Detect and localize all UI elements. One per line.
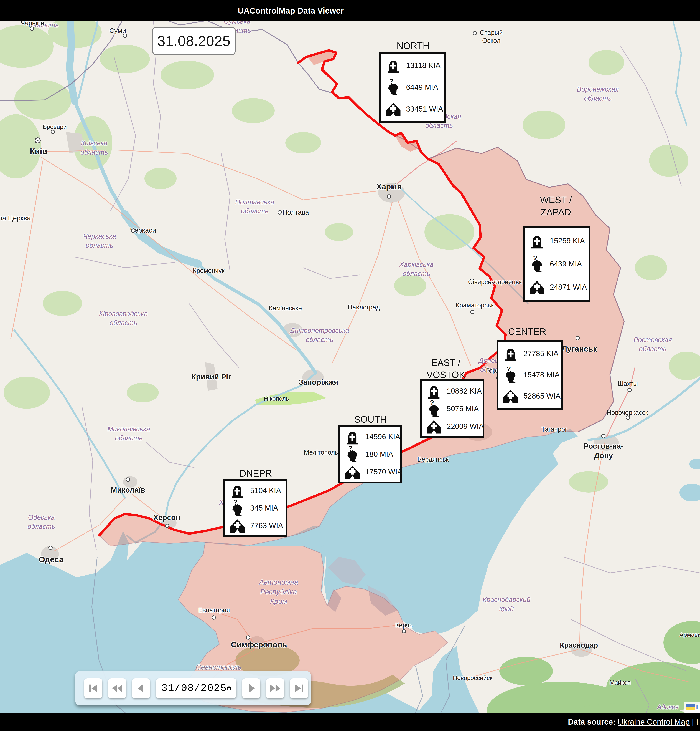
city-label: Шахты — [618, 380, 638, 388]
fast-rewind-button[interactable] — [108, 678, 126, 698]
city-marker — [165, 524, 169, 528]
city-label: Керчь — [395, 622, 413, 629]
map-canvas[interactable]: ? — [0, 0, 700, 731]
missing-soldier-icon — [426, 401, 442, 417]
city-label: Бердянськ — [417, 456, 449, 463]
wia-value: 22009 WIA — [447, 422, 484, 431]
city-label: Краматорськ — [455, 302, 494, 309]
stat-card-east: 10882 KIA 5075 MIA 22009 WIA — [420, 379, 485, 438]
mia-value: 5075 MIA — [447, 404, 479, 413]
date-input-value[interactable]: 31/08/2025 — [161, 683, 227, 694]
city-label: Павлоград — [348, 304, 380, 311]
date-input[interactable]: 31/08/2025 — [156, 678, 236, 698]
city-marker — [123, 34, 127, 38]
city-label: Київ — [30, 147, 47, 156]
tombstone-icon — [385, 57, 401, 74]
stat-card-dnepr: 5104 KIA 345 MIA 7763 WIA — [224, 479, 287, 537]
kia-value: 13118 KIA — [406, 61, 441, 70]
oblast-label: Полтавська область — [235, 198, 274, 216]
stat-card-center: 27785 KIA 15478 MIA 52865 WIA — [497, 340, 563, 410]
city-label: Ростов-на- Дону — [584, 442, 624, 460]
city-marker — [576, 336, 580, 341]
city-label: Армавир — [679, 631, 700, 638]
skip-to-end-button[interactable] — [290, 678, 308, 698]
mia-value: 6439 MIA — [550, 260, 582, 268]
wia-value: 33451 WIA — [406, 105, 443, 113]
wia-value: 24871 WIA — [550, 283, 587, 291]
stat-card-south: 14596 KIA 180 MIA 17570 WIA — [338, 425, 402, 483]
city-marker — [601, 434, 605, 438]
city-marker — [211, 615, 216, 619]
city-marker — [470, 310, 474, 314]
oblast-label: Черкаська область — [83, 232, 116, 250]
data-source-text: Data source: Ukraine Control Map | I — [568, 718, 700, 727]
tombstone-icon — [502, 345, 519, 362]
skip-to-start-button[interactable] — [84, 678, 103, 698]
medical-tent-icon — [426, 418, 442, 434]
city-label: Кам'янське — [269, 304, 302, 312]
city-label: Новороссийск — [453, 674, 492, 681]
city-label: Полтава — [283, 208, 309, 216]
oblast-label: Харківська область — [399, 260, 433, 278]
city-label: Таганрог — [541, 426, 567, 433]
fast-forward-icon — [270, 683, 280, 693]
step-back-button[interactable] — [132, 678, 150, 698]
city-label: Севастополь — [196, 663, 241, 671]
fast-rewind-icon — [112, 683, 122, 693]
city-label: Симферополь — [231, 640, 287, 649]
leaflet-link[interactable]: L — [696, 703, 700, 711]
oblast-label: Миколаївська область — [107, 424, 150, 443]
app-header: UAControlMap Data Viewer — [0, 0, 700, 21]
kia-value: 15259 KIA — [550, 236, 585, 245]
city-marker — [627, 388, 632, 392]
oblast-label: Ростовская область — [634, 335, 672, 354]
city-label: Мелітополь — [304, 449, 338, 456]
city-marker — [48, 546, 53, 550]
oblast-label: Одеська область — [28, 513, 55, 531]
card-title-west: WEST / ZAPAD — [540, 194, 572, 218]
leaflet-attribution: L — [684, 702, 700, 713]
wia-value: 7763 WIA — [250, 521, 283, 530]
city-marker — [51, 130, 55, 134]
city-label: Біла Церква — [0, 214, 31, 222]
mia-value: 15478 MIA — [523, 370, 559, 379]
city-marker — [473, 31, 477, 35]
city-label: Суми — [109, 27, 126, 35]
city-marker — [126, 477, 130, 482]
oblast-label: Краснодарский край — [483, 595, 530, 614]
tombstone-icon — [529, 233, 545, 249]
city-label: Нікополь — [264, 395, 289, 402]
city-label: Краснодар — [560, 641, 598, 649]
missing-soldier-icon — [385, 79, 401, 95]
card-title-north: NORTH — [397, 40, 429, 52]
city-label: Кривий Ріг — [191, 373, 231, 381]
city-label: Запоріжжя — [299, 378, 338, 386]
city-label: Старый Оскол — [480, 29, 503, 45]
city-marker — [278, 210, 282, 214]
data-source-suffix: | I — [692, 718, 698, 726]
medical-tent-icon — [344, 464, 360, 480]
city-label: Новочеркасск — [607, 409, 648, 416]
tombstone-icon — [426, 383, 442, 399]
medical-tent-icon — [229, 517, 246, 534]
missing-soldier-icon — [529, 256, 545, 272]
data-source-label: Data source: — [568, 718, 616, 726]
step-forward-button[interactable] — [242, 678, 261, 698]
city-marker — [246, 636, 250, 640]
missing-soldier-icon — [229, 500, 246, 516]
city-marker — [131, 228, 135, 233]
fast-forward-button[interactable] — [266, 678, 284, 698]
stat-card-west: 15259 KIA 6439 MIA 24871 WIA — [523, 226, 590, 302]
data-source-link[interactable]: Ukraine Control Map — [618, 718, 690, 726]
city-label: Сіверськодонецьк — [468, 278, 522, 286]
oblast-label: Адигея — [657, 703, 679, 712]
calendar-icon[interactable] — [227, 684, 231, 693]
current-date-label: 31.08.2025 — [152, 27, 236, 55]
step-forward-icon — [246, 683, 256, 693]
city-label: Одеса — [39, 555, 64, 564]
kia-value: 14596 KIA — [365, 432, 400, 441]
card-title-east: EAST / VOSTOK — [427, 357, 465, 381]
mia-value: 6449 MIA — [406, 83, 438, 91]
tombstone-icon — [344, 429, 360, 445]
skip-to-end-icon — [294, 683, 304, 693]
